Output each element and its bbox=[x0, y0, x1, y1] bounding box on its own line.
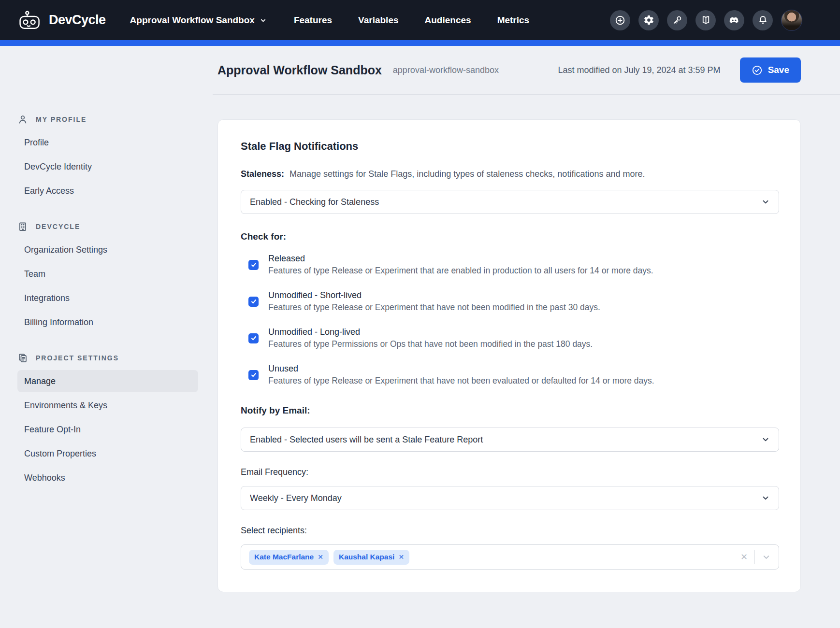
released-checkbox[interactable] bbox=[248, 260, 259, 270]
gear-icon bbox=[643, 14, 654, 26]
check-row-unmodified-long: Unmodified - Long-lived Features of type… bbox=[241, 327, 779, 349]
divider bbox=[754, 550, 755, 564]
sidebar-section-devcycle: DEVCYCLE Organization Settings Team Inte… bbox=[17, 219, 198, 333]
check-label: Unmodified - Long-lived bbox=[268, 327, 593, 337]
docs-button[interactable] bbox=[695, 10, 716, 30]
staleness-select[interactable]: Enabled - Checking for Staleness bbox=[241, 190, 779, 214]
building-icon bbox=[17, 221, 28, 232]
settings-button[interactable] bbox=[638, 10, 659, 30]
sidebar-section-label: PROJECT SETTINGS bbox=[36, 354, 119, 362]
chevron-down-icon bbox=[761, 198, 770, 206]
sidebar-item-custom-properties[interactable]: Custom Properties bbox=[17, 442, 198, 465]
top-navbar: DevCycle Approval Workflow Sandbox Featu… bbox=[0, 0, 840, 40]
sidebar-item-profile[interactable]: Profile bbox=[17, 131, 198, 154]
discord-button[interactable] bbox=[724, 10, 744, 30]
project-selector[interactable]: Approval Workflow Sandbox bbox=[130, 15, 267, 26]
check-circle-icon bbox=[752, 65, 763, 76]
sidebar-item-integrations[interactable]: Integrations bbox=[17, 287, 198, 309]
staleness-description-row: Staleness: Manage settings for Stale Fla… bbox=[241, 169, 779, 179]
settings-sidebar: MY PROFILE Profile DevCycle Identity Ear… bbox=[0, 46, 213, 628]
check-description: Features of type Release or Experiment t… bbox=[268, 376, 654, 386]
chevron-down-icon bbox=[260, 17, 267, 24]
checkmark-icon bbox=[250, 298, 257, 305]
sidebar-item-team[interactable]: Team bbox=[17, 263, 198, 285]
check-for-label: Check for: bbox=[241, 231, 779, 242]
recipient-chip: Kaushal Kapasi ✕ bbox=[333, 550, 409, 565]
sidebar-item-feature-opt-in[interactable]: Feature Opt-In bbox=[17, 418, 198, 441]
sidebar-item-early-access[interactable]: Early Access bbox=[17, 180, 198, 202]
chevron-down-icon[interactable] bbox=[762, 553, 771, 562]
page-slug: approval-workflow-sandbox bbox=[393, 65, 499, 75]
last-modified-text: Last modified on July 19, 2024 at 3:59 P… bbox=[558, 65, 720, 75]
check-label: Unused bbox=[268, 364, 654, 374]
sidebar-item-manage[interactable]: Manage bbox=[17, 370, 198, 392]
save-button-label: Save bbox=[768, 65, 789, 75]
unused-checkbox[interactable] bbox=[248, 370, 259, 380]
card-title: Stale Flag Notifications bbox=[241, 140, 779, 153]
unmodified-short-checkbox[interactable] bbox=[248, 297, 259, 307]
check-row-released: Released Features of type Release or Exp… bbox=[241, 254, 779, 276]
sidebar-item-organization-settings[interactable]: Organization Settings bbox=[17, 239, 198, 261]
frequency-select-value: Weekly - Every Monday bbox=[250, 493, 342, 503]
sidebar-section-header: MY PROFILE bbox=[17, 112, 198, 127]
check-description: Features of type Permissions or Ops that… bbox=[268, 339, 593, 349]
staleness-label: Staleness: bbox=[241, 169, 284, 179]
bell-icon bbox=[757, 14, 768, 26]
sidebar-item-billing-information[interactable]: Billing Information bbox=[17, 311, 198, 333]
select-recipients-label: Select recipients: bbox=[241, 526, 779, 536]
nav-link-features[interactable]: Features bbox=[294, 15, 332, 26]
remove-recipient-icon[interactable]: ✕ bbox=[318, 553, 323, 561]
navbar-actions bbox=[610, 10, 802, 31]
chevron-down-icon bbox=[761, 494, 770, 502]
page-title: Approval Workflow Sandbox bbox=[217, 63, 382, 77]
notify-by-email-label: Notify by Email: bbox=[241, 405, 779, 416]
staleness-select-value: Enabled - Checking for Staleness bbox=[250, 197, 379, 207]
user-avatar[interactable] bbox=[781, 10, 802, 31]
checkmark-icon bbox=[250, 335, 257, 342]
sidebar-item-environments-keys[interactable]: Environments & Keys bbox=[17, 394, 198, 416]
project-selector-label: Approval Workflow Sandbox bbox=[130, 15, 255, 26]
check-row-unmodified-short: Unmodified - Short-lived Features of typ… bbox=[241, 290, 779, 313]
clear-recipients-icon[interactable]: ✕ bbox=[740, 553, 748, 561]
nav-link-variables[interactable]: Variables bbox=[358, 15, 398, 26]
sidebar-section-header: PROJECT SETTINGS bbox=[17, 351, 198, 365]
sidebar-item-devcycle-identity[interactable]: DevCycle Identity bbox=[17, 156, 198, 178]
notify-select-value: Enabled - Selected users will be sent a … bbox=[250, 435, 483, 445]
stale-flag-notifications-card: Stale Flag Notifications Staleness: Mana… bbox=[217, 119, 801, 592]
devcycle-logo[interactable]: DevCycle bbox=[18, 11, 106, 30]
sidebar-section-label: DEVCYCLE bbox=[36, 223, 80, 230]
recipient-name: Kate MacFarlane bbox=[254, 553, 314, 561]
unmodified-long-checkbox[interactable] bbox=[248, 333, 259, 343]
discord-icon bbox=[728, 14, 740, 26]
sidebar-section-header: DEVCYCLE bbox=[17, 219, 198, 234]
page-header: Approval Workflow Sandbox approval-workf… bbox=[213, 46, 840, 95]
email-frequency-select[interactable]: Weekly - Every Monday bbox=[241, 486, 779, 510]
save-button[interactable]: Save bbox=[740, 57, 801, 83]
notifications-button[interactable] bbox=[753, 10, 773, 30]
checkmark-icon bbox=[250, 371, 257, 378]
book-icon bbox=[700, 14, 711, 26]
create-button[interactable] bbox=[610, 10, 630, 30]
remove-recipient-icon[interactable]: ✕ bbox=[398, 553, 404, 561]
key-icon bbox=[672, 14, 683, 26]
nav-link-metrics[interactable]: Metrics bbox=[497, 15, 530, 26]
sidebar-section-label: MY PROFILE bbox=[36, 115, 87, 123]
check-label: Released bbox=[268, 254, 653, 264]
nav-link-audiences[interactable]: Audiences bbox=[425, 15, 471, 26]
recipients-multiselect[interactable]: Kate MacFarlane ✕ Kaushal Kapasi ✕ ✕ bbox=[241, 544, 779, 570]
check-row-unused: Unused Features of type Release or Exper… bbox=[241, 364, 779, 386]
sidebar-item-webhooks[interactable]: Webhooks bbox=[17, 467, 198, 489]
primary-nav: Features Variables Audiences Metrics bbox=[294, 15, 529, 26]
plus-circle-icon bbox=[614, 14, 626, 26]
devcycle-robot-icon bbox=[18, 11, 43, 30]
sidebar-section-project-settings: PROJECT SETTINGS Manage Environments & K… bbox=[17, 351, 198, 489]
api-keys-button[interactable] bbox=[667, 10, 687, 30]
recipient-name: Kaushal Kapasi bbox=[339, 553, 394, 561]
recipient-chip: Kate MacFarlane ✕ bbox=[249, 550, 329, 565]
sidebar-section-my-profile: MY PROFILE Profile DevCycle Identity Ear… bbox=[17, 112, 198, 202]
email-frequency-label: Email Frequency: bbox=[241, 467, 779, 477]
accent-bar bbox=[0, 40, 840, 46]
check-description: Features of type Release or Experiment t… bbox=[268, 302, 600, 313]
brand-name: DevCycle bbox=[49, 13, 106, 28]
notify-by-email-select[interactable]: Enabled - Selected users will be sent a … bbox=[241, 428, 779, 452]
